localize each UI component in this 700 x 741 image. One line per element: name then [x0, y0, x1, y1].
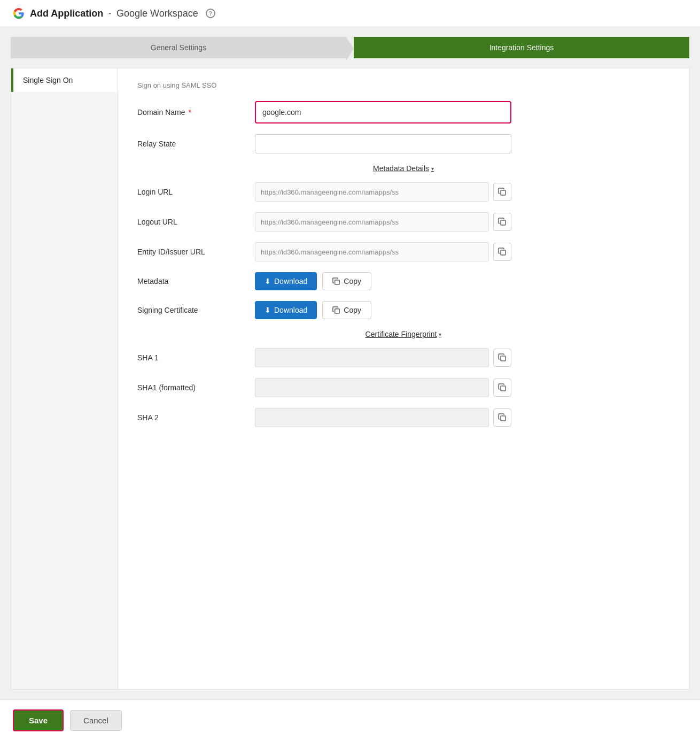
- download-icon: ⬇: [265, 306, 271, 314]
- sha2-wrapper: [255, 408, 511, 427]
- sha2-label: SHA 2: [137, 413, 255, 422]
- login-url-row: Login URL: [137, 182, 670, 202]
- step-arrow-inactive: [346, 37, 354, 60]
- fingerprint-arrow-icon: ▾: [439, 331, 441, 337]
- sha1-formatted-copy-button[interactable]: [493, 379, 511, 397]
- google-logo-icon: [13, 7, 25, 19]
- logout-url-wrapper: [255, 212, 511, 231]
- app-header: Add Application - Google Workspace ?: [0, 0, 700, 27]
- metadata-row: Metadata ⬇ Download Copy: [137, 272, 670, 290]
- copy-icon: [332, 277, 340, 285]
- logout-url-copy-button[interactable]: [493, 213, 511, 231]
- copy-icon: [498, 413, 507, 422]
- signing-certificate-label: Signing Certificate: [137, 306, 255, 314]
- login-url-wrapper: [255, 182, 511, 202]
- login-url-input: [255, 182, 489, 202]
- copy-icon: [498, 383, 507, 392]
- relay-state-row: Relay State: [137, 134, 670, 153]
- footer: Save Cancel: [0, 699, 700, 741]
- step-general-settings[interactable]: General Settings: [11, 37, 346, 58]
- login-url-copy-button[interactable]: [493, 183, 511, 201]
- page-title-app: Google Workspace: [116, 8, 198, 19]
- metadata-actions: ⬇ Download Copy: [255, 272, 371, 290]
- metadata-details-link[interactable]: Metadata Details ▾: [373, 164, 434, 173]
- login-url-label: Login URL: [137, 188, 255, 196]
- domain-name-input[interactable]: [257, 103, 509, 121]
- cancel-button[interactable]: Cancel: [70, 710, 122, 731]
- svg-rect-3: [335, 280, 339, 284]
- relay-state-label: Relay State: [137, 140, 255, 148]
- certificate-fingerprint-link[interactable]: Certificate Fingerprint ▾: [365, 330, 442, 338]
- certificate-fingerprint-row: Certificate Fingerprint ▾: [137, 330, 670, 338]
- relay-state-input[interactable]: [255, 134, 511, 153]
- domain-name-row: Domain Name *: [137, 101, 670, 124]
- sha1-row: SHA 1: [137, 348, 670, 367]
- entity-id-input: [255, 242, 489, 261]
- sha1-formatted-row: SHA1 (formatted): [137, 378, 670, 397]
- copy-icon: [498, 248, 507, 256]
- logout-url-label: Logout URL: [137, 218, 255, 226]
- section-label: Sign on using SAML SSO: [137, 81, 670, 89]
- logout-url-row: Logout URL: [137, 212, 670, 231]
- svg-rect-4: [335, 308, 339, 313]
- logout-url-input: [255, 212, 489, 231]
- download-icon: ⬇: [265, 277, 271, 285]
- sha1-wrapper: [255, 348, 511, 367]
- sha1-formatted-label: SHA1 (formatted): [137, 383, 255, 392]
- entity-id-wrapper: [255, 242, 511, 261]
- svg-rect-0: [501, 190, 505, 195]
- step-integration-settings[interactable]: Integration Settings: [354, 37, 689, 58]
- required-star: *: [188, 108, 191, 117]
- sidebar-item-single-sign-on[interactable]: Single Sign On: [11, 68, 118, 92]
- metadata-download-button[interactable]: ⬇ Download: [255, 272, 317, 290]
- main-content: Single Sign On Sign on using SAML SSO Do…: [11, 68, 689, 690]
- form-area: Sign on using SAML SSO Domain Name * Rel…: [118, 68, 689, 689]
- svg-rect-7: [501, 416, 505, 421]
- signing-cert-copy-button[interactable]: Copy: [322, 301, 371, 319]
- sha1-formatted-wrapper: [255, 378, 511, 397]
- sha1-formatted-input: [255, 378, 489, 397]
- signing-certificate-row: Signing Certificate ⬇ Download Copy: [137, 301, 670, 319]
- copy-icon: [498, 218, 507, 226]
- domain-name-field-wrapper: [255, 101, 511, 124]
- sidebar: Single Sign On: [11, 68, 118, 689]
- metadata-details-row: Metadata Details ▾: [137, 164, 670, 173]
- svg-rect-2: [501, 250, 505, 255]
- help-icon[interactable]: ?: [206, 9, 215, 18]
- signing-cert-download-button[interactable]: ⬇ Download: [255, 301, 317, 319]
- signing-cert-actions: ⬇ Download Copy: [255, 301, 371, 319]
- steps-bar: General Settings Integration Settings: [11, 37, 689, 58]
- sha1-label: SHA 1: [137, 353, 255, 362]
- sha2-row: SHA 2: [137, 408, 670, 427]
- sha1-input: [255, 348, 489, 367]
- entity-id-row: Entity ID/Issuer URL: [137, 242, 670, 261]
- domain-name-label: Domain Name *: [137, 108, 255, 117]
- svg-rect-1: [501, 220, 505, 225]
- sha1-copy-button[interactable]: [493, 349, 511, 367]
- svg-rect-5: [501, 356, 505, 361]
- metadata-copy-button[interactable]: Copy: [322, 272, 371, 290]
- save-button[interactable]: Save: [13, 709, 64, 731]
- sha2-input: [255, 408, 489, 427]
- entity-id-label: Entity ID/Issuer URL: [137, 248, 255, 256]
- copy-icon: [498, 188, 507, 196]
- copy-icon: [332, 306, 340, 314]
- metadata-arrow-icon: ▾: [431, 166, 434, 172]
- copy-icon: [498, 353, 507, 362]
- page-title-add: Add Application: [30, 8, 103, 19]
- sha2-copy-button[interactable]: [493, 408, 511, 427]
- svg-rect-6: [501, 386, 505, 391]
- header-separator: -: [108, 9, 111, 18]
- metadata-label: Metadata: [137, 277, 255, 285]
- entity-id-copy-button[interactable]: [493, 243, 511, 261]
